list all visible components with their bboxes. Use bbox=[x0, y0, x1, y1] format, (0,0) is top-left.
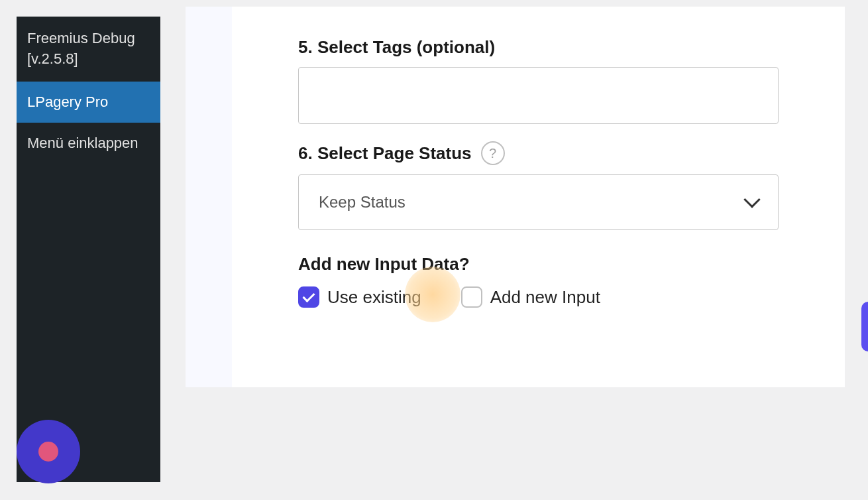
sidebar-item-lpagery-pro[interactable]: LPagery Pro bbox=[17, 82, 160, 123]
sidebar-item-collapse-menu[interactable]: Menü einklappen bbox=[17, 123, 160, 164]
section-heading-tags-label: 5. Select Tags (optional) bbox=[298, 37, 495, 58]
use-existing-option[interactable]: Use existing bbox=[298, 286, 421, 308]
input-data-heading-label: Add new Input Data? bbox=[298, 254, 470, 275]
add-new-input-checkbox[interactable] bbox=[461, 286, 482, 308]
help-icon[interactable]: ? bbox=[481, 141, 505, 165]
page-status-value: Keep Status bbox=[319, 193, 406, 212]
input-data-heading: Add new Input Data? bbox=[298, 254, 779, 275]
chevron-down-icon bbox=[743, 191, 760, 208]
admin-sidebar: Freemius Debug [v.2.5.8] LPagery Pro Men… bbox=[17, 17, 160, 482]
section-heading-status: 6. Select Page Status ? bbox=[298, 141, 779, 165]
tags-input[interactable] bbox=[298, 67, 779, 124]
section-heading-tags: 5. Select Tags (optional) bbox=[298, 37, 779, 58]
use-existing-checkbox[interactable] bbox=[298, 286, 319, 308]
add-new-input-label: Add new Input bbox=[490, 287, 600, 308]
record-button[interactable] bbox=[17, 420, 80, 483]
sidebar-item-freemius-debug[interactable]: Freemius Debug [v.2.5.8] bbox=[17, 17, 160, 82]
record-icon bbox=[38, 442, 58, 462]
input-data-options: Use existing Add new Input bbox=[298, 286, 779, 308]
main-content: 5. Select Tags (optional) 6. Select Page… bbox=[186, 7, 845, 387]
add-new-input-option[interactable]: Add new Input bbox=[461, 286, 600, 308]
use-existing-label: Use existing bbox=[327, 287, 421, 308]
page-status-select[interactable]: Keep Status bbox=[298, 174, 779, 230]
section-heading-status-label: 6. Select Page Status bbox=[298, 143, 472, 164]
floating-widget[interactable] bbox=[861, 302, 868, 351]
form-card: 5. Select Tags (optional) 6. Select Page… bbox=[232, 7, 845, 387]
